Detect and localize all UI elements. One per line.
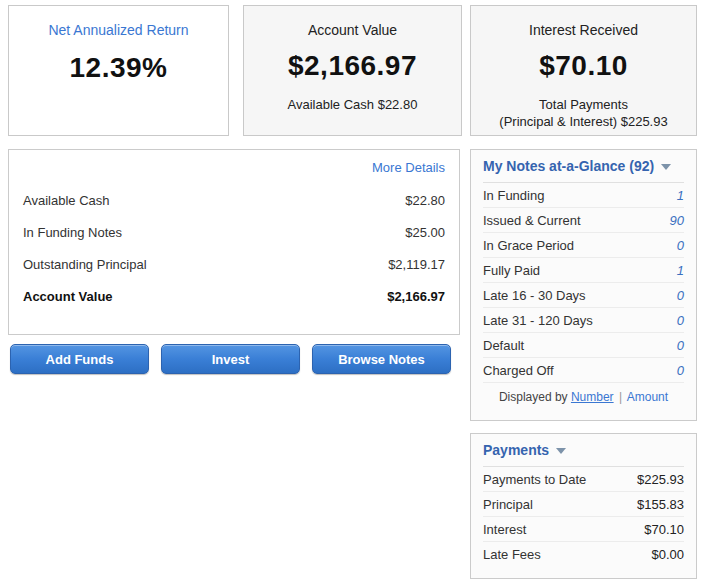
displayed-by-amount-link[interactable]: Amount: [627, 390, 668, 404]
account-summary-page: Net Annualized Return 12.39% Account Val…: [0, 0, 704, 579]
total-payments-line1: Total Payments: [471, 96, 696, 113]
row-value: 90: [670, 213, 684, 228]
displayed-by-row: Displayed by Number | Amount: [483, 383, 684, 404]
card-title: Account Value: [244, 22, 461, 38]
sidebar-column: My Notes at-a-Glance (92) In Funding 1 I…: [470, 149, 697, 579]
separator: |: [619, 390, 622, 404]
table-row: In Funding Notes $25.00: [23, 216, 445, 248]
row-label: Late 16 - 30 Days: [483, 288, 586, 303]
total-payments-subtitle: Total Payments (Principal & Interest) $2…: [471, 96, 696, 130]
row-value: 0: [677, 288, 684, 303]
payments-panel: Payments Payments to Date $225.93 Princi…: [470, 433, 697, 579]
row-value: 0: [677, 363, 684, 378]
row-value: $2,119.17: [388, 257, 445, 272]
table-row: Issued & Current 90: [483, 208, 684, 233]
table-row: Fully Paid 1: [483, 258, 684, 283]
notes-panel-title: My Notes at-a-Glance (92): [483, 158, 654, 174]
available-cash-subtitle: Available Cash $22.80: [244, 96, 461, 113]
table-row: Interest $70.10: [483, 517, 684, 542]
card-account-value[interactable]: Account Value $2,166.97 Available Cash $…: [243, 5, 462, 136]
details-column: More Details Available Cash $22.80 In Fu…: [8, 149, 460, 579]
table-row: Principal $155.83: [483, 492, 684, 517]
table-row: Late 31 - 120 Days 0: [483, 308, 684, 333]
card-net-annualized-return[interactable]: Net Annualized Return 12.39%: [8, 5, 229, 136]
card-interest-received[interactable]: Interest Received $70.10 Total Payments …: [470, 5, 697, 136]
row-value: $0.00: [651, 547, 684, 562]
card-title: Interest Received: [471, 22, 696, 38]
table-row: Late Fees $0.00: [483, 542, 684, 567]
table-row: Late 16 - 30 Days 0: [483, 283, 684, 308]
row-label: Charged Off: [483, 363, 554, 378]
row-label: In Grace Period: [483, 238, 574, 253]
row-value: $155.83: [637, 497, 684, 512]
account-value-amount: $2,166.97: [244, 50, 461, 82]
row-value: $22.80: [405, 193, 445, 208]
row-value: $2,166.97: [387, 289, 445, 304]
table-row: Outstanding Principal $2,119.17: [23, 248, 445, 280]
displayed-by-label: Displayed by: [499, 390, 568, 404]
row-label: Late 31 - 120 Days: [483, 313, 593, 328]
row-label: Issued & Current: [483, 213, 581, 228]
row-value: 1: [677, 188, 684, 203]
row-value: 0: [677, 238, 684, 253]
row-value: $70.10: [644, 522, 684, 537]
row-value: $25.00: [405, 225, 445, 240]
row-label: In Funding Notes: [23, 225, 122, 240]
more-details-row: More Details: [23, 160, 445, 184]
add-funds-button[interactable]: Add Funds: [10, 344, 149, 374]
table-row: Payments to Date $225.93: [483, 467, 684, 492]
row-label: In Funding: [483, 188, 544, 203]
chevron-down-icon: [556, 448, 566, 454]
table-row-account-value: Account Value $2,166.97: [23, 280, 445, 312]
browse-notes-button[interactable]: Browse Notes: [312, 344, 451, 374]
displayed-by-number-link[interactable]: Number: [571, 390, 614, 404]
row-label: Account Value: [23, 289, 113, 304]
account-details-panel: More Details Available Cash $22.80 In Fu…: [8, 149, 460, 335]
row-label: Late Fees: [483, 547, 541, 562]
more-details-link[interactable]: More Details: [372, 160, 445, 175]
notes-panel-header[interactable]: My Notes at-a-Glance (92): [483, 150, 684, 183]
chevron-down-icon: [661, 164, 671, 170]
row-label: Principal: [483, 497, 533, 512]
row-value: 1: [677, 263, 684, 278]
row-label: Payments to Date: [483, 472, 586, 487]
payments-panel-title: Payments: [483, 442, 549, 458]
action-buttons-row: Add Funds Invest Browse Notes: [10, 344, 460, 374]
table-row: Default 0: [483, 333, 684, 358]
card-title: Net Annualized Return: [9, 22, 228, 38]
row-value: 0: [677, 313, 684, 328]
invest-button[interactable]: Invest: [161, 344, 300, 374]
table-row: In Funding 1: [483, 183, 684, 208]
row-label: Outstanding Principal: [23, 257, 147, 272]
interest-received-amount: $70.10: [471, 50, 696, 82]
row-label: Fully Paid: [483, 263, 540, 278]
row-label: Interest: [483, 522, 526, 537]
row-value: $225.93: [637, 472, 684, 487]
table-row: In Grace Period 0: [483, 233, 684, 258]
row-value: 0: [677, 338, 684, 353]
table-row: Charged Off 0: [483, 358, 684, 383]
table-row: Available Cash $22.80: [23, 184, 445, 216]
row-label: Default: [483, 338, 524, 353]
notes-at-a-glance-panel: My Notes at-a-Glance (92) In Funding 1 I…: [470, 149, 697, 421]
net-annualized-return-value: 12.39%: [9, 52, 228, 84]
summary-cards-row: Net Annualized Return 12.39% Account Val…: [8, 5, 697, 136]
total-payments-line2: (Principal & Interest) $225.93: [471, 113, 696, 130]
payments-panel-header[interactable]: Payments: [483, 434, 684, 467]
row-label: Available Cash: [23, 193, 109, 208]
